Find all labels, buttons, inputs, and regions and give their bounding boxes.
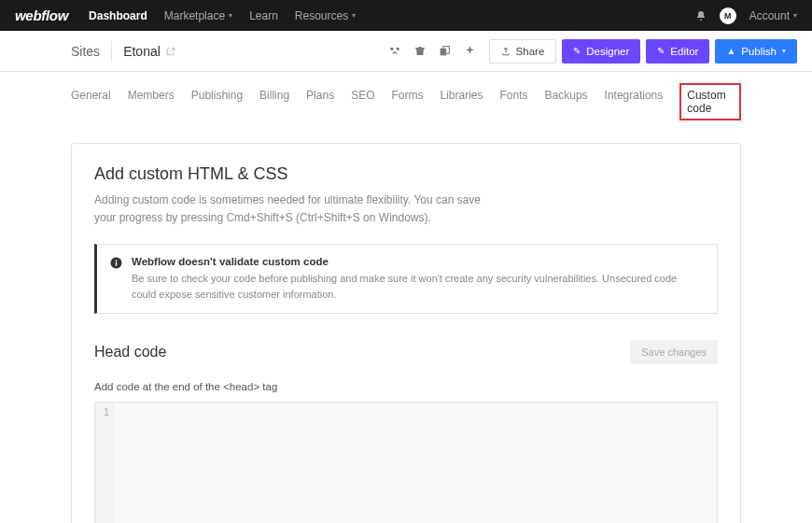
head-code-title: Head code — [94, 344, 166, 360]
nav-marketplace[interactable]: Marketplace▾ — [164, 9, 232, 22]
head-code-section-head: Head code Save changes — [94, 340, 718, 364]
designer-button[interactable]: ✎Designer — [562, 39, 640, 64]
tab-integrations[interactable]: Integrations — [605, 83, 664, 120]
info-icon — [110, 257, 122, 302]
svg-rect-5 — [116, 262, 117, 266]
logo[interactable]: webflow — [15, 7, 68, 23]
bell-icon[interactable] — [695, 10, 707, 21]
head-code-hint: Add code at the end of the <head> tag — [94, 381, 718, 392]
editor-button[interactable]: ✎Editor — [646, 39, 709, 64]
nav-learn[interactable]: Learn — [249, 9, 278, 22]
tab-publishing[interactable]: Publishing — [191, 83, 243, 120]
tab-backups[interactable]: Backups — [545, 83, 588, 120]
account-label: Account — [749, 9, 790, 22]
tab-general[interactable]: General — [71, 83, 111, 120]
svg-point-0 — [390, 48, 393, 50]
pencil-icon: ✎ — [657, 46, 665, 56]
tab-fonts[interactable]: Fonts — [500, 83, 528, 120]
account-menu[interactable]: Account▾ — [749, 9, 797, 22]
svg-point-6 — [116, 260, 118, 262]
line-gutter: 1 — [95, 403, 114, 523]
chevron-down-icon: ▾ — [782, 47, 786, 55]
save-changes-button[interactable]: Save changes — [630, 340, 718, 364]
tabs: General Members Publishing Billing Plans… — [71, 83, 741, 120]
tab-billing[interactable]: Billing — [259, 83, 289, 120]
sparkle-icon[interactable] — [464, 45, 476, 57]
tab-forms[interactable]: Forms — [391, 83, 423, 120]
publish-button[interactable]: ▲Publish▾ — [715, 39, 797, 64]
tool-icons — [388, 45, 476, 57]
topbar: webflow Dashboard Marketplace▾ Learn Res… — [0, 0, 812, 31]
rocket-icon: ▲ — [726, 46, 735, 56]
breadcrumb-separator — [111, 41, 112, 62]
topnav: Dashboard Marketplace▾ Learn Resources▾ — [89, 9, 695, 22]
code-area[interactable] — [114, 403, 717, 523]
editor-label: Editor — [670, 46, 698, 57]
avatar[interactable]: M — [720, 7, 736, 24]
tab-libraries[interactable]: Libraries — [440, 83, 483, 120]
panel: Add custom HTML & CSS Adding custom code… — [71, 143, 741, 523]
share-icon — [501, 47, 511, 56]
external-link-icon[interactable] — [166, 47, 175, 56]
nav-label: Marketplace — [164, 9, 225, 22]
publish-label: Publish — [741, 46, 777, 57]
svg-point-1 — [396, 48, 399, 50]
panel-title: Add custom HTML & CSS — [94, 164, 718, 184]
nav-resources[interactable]: Resources▾ — [295, 9, 356, 22]
tab-plans[interactable]: Plans — [306, 83, 334, 120]
tab-seo[interactable]: SEO — [351, 83, 374, 120]
alert-body: Be sure to check your code before publis… — [132, 271, 704, 302]
breadcrumb-site-name[interactable]: Etonal — [123, 44, 161, 59]
panel-subtitle: Adding custom code is sometimes needed f… — [94, 191, 496, 227]
subbar: Sites Etonal Share ✎Designer ✎Editor ▲Pu… — [0, 31, 812, 72]
share-label: Share — [516, 46, 545, 57]
pencil-icon: ✎ — [573, 46, 581, 56]
breadcrumb-sites[interactable]: Sites — [71, 44, 100, 59]
head-code-editor[interactable]: 1 — [94, 402, 718, 523]
nav-label: Resources — [295, 9, 348, 22]
alert-title: Webflow doesn't validate custom code — [132, 256, 704, 267]
tab-custom-code[interactable]: Custom code — [679, 83, 741, 120]
transfer-icon[interactable] — [388, 45, 401, 57]
nav-dashboard[interactable]: Dashboard — [89, 9, 147, 22]
top-right: M Account▾ — [695, 7, 797, 24]
chevron-down-icon: ▾ — [352, 11, 356, 20]
tab-members[interactable]: Members — [128, 83, 175, 120]
alert-content: Webflow doesn't validate custom code Be … — [132, 256, 704, 302]
trash-icon[interactable] — [414, 45, 426, 57]
chevron-down-icon: ▾ — [229, 11, 232, 20]
alert: Webflow doesn't validate custom code Be … — [94, 244, 718, 314]
designer-label: Designer — [586, 46, 629, 57]
share-button[interactable]: Share — [489, 39, 557, 64]
duplicate-icon[interactable] — [439, 45, 451, 57]
chevron-down-icon: ▾ — [793, 11, 797, 20]
content: General Members Publishing Billing Plans… — [0, 72, 812, 523]
